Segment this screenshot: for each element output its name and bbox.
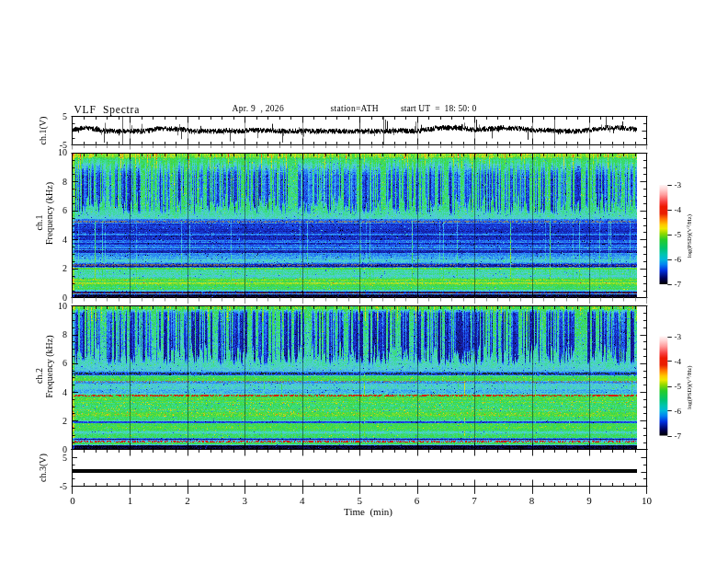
svg-text:10: 10 — [642, 495, 653, 506]
svg-text:-5: -5 — [675, 382, 682, 391]
svg-text:2: 2 — [63, 416, 67, 426]
svg-text:log(PSD)(V2/Hz): log(PSD)(V2/Hz) — [686, 214, 694, 258]
svg-text:9: 9 — [586, 495, 592, 506]
svg-text:3: 3 — [243, 495, 248, 506]
svg-text:8: 8 — [63, 177, 67, 187]
svg-text:Frequency (kHz): Frequency (kHz) — [44, 335, 55, 397]
svg-text:8: 8 — [63, 329, 67, 339]
svg-text:6: 6 — [415, 495, 420, 506]
svg-text:ch.2: ch.2 — [34, 368, 44, 384]
svg-text:ch.1(V): ch.1(V) — [38, 117, 49, 145]
svg-text:1: 1 — [128, 495, 133, 506]
svg-text:4: 4 — [63, 387, 67, 397]
svg-text:ch.3(V): ch.3(V) — [38, 454, 49, 482]
svg-text:Frequency (kHz): Frequency (kHz) — [44, 182, 55, 245]
svg-text:Apr. 9 , 2026: Apr. 9 , 2026 — [233, 104, 284, 113]
svg-text:6: 6 — [63, 358, 67, 368]
svg-text:10: 10 — [58, 147, 67, 157]
svg-text:5: 5 — [63, 111, 67, 121]
svg-text:-4: -4 — [675, 357, 682, 366]
svg-text:station=ATH: station=ATH — [331, 104, 379, 113]
svg-text:2: 2 — [185, 495, 190, 506]
svg-text:log(PSD)(V2/Hz): log(PSD)(V2/Hz) — [686, 365, 694, 408]
svg-text:8: 8 — [529, 495, 535, 506]
svg-text:4: 4 — [63, 235, 67, 245]
svg-text:-7: -7 — [675, 431, 682, 441]
svg-text:10: 10 — [58, 301, 67, 311]
svg-text:ch.1: ch.1 — [34, 215, 44, 231]
svg-text:0: 0 — [70, 495, 75, 506]
svg-text:2: 2 — [63, 263, 67, 273]
svg-text:VLF Spectra: VLF Spectra — [74, 104, 141, 116]
svg-text:start UT = 18: 50: 0: start UT = 18: 50: 0 — [401, 104, 476, 113]
svg-text:-5: -5 — [60, 481, 67, 491]
svg-text:-7: -7 — [675, 280, 682, 289]
svg-text:-5: -5 — [675, 230, 682, 239]
svg-text:Time (min): Time (min) — [344, 506, 392, 518]
svg-text:-4: -4 — [675, 205, 682, 214]
svg-text:-6: -6 — [675, 255, 682, 264]
svg-text:4: 4 — [300, 495, 305, 506]
svg-text:-3: -3 — [675, 180, 682, 190]
svg-text:5: 5 — [63, 453, 67, 463]
svg-text:-6: -6 — [675, 407, 682, 416]
svg-text:-3: -3 — [675, 332, 682, 341]
svg-text:5: 5 — [357, 495, 362, 506]
svg-text:6: 6 — [63, 205, 67, 215]
svg-text:7: 7 — [472, 495, 477, 506]
